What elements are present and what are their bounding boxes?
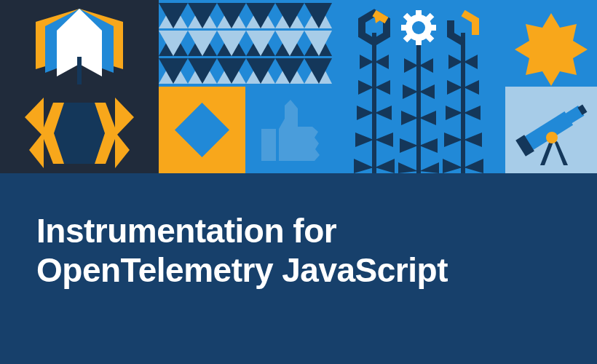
svg-marker-76 (447, 80, 462, 95)
svg-marker-73 (419, 162, 439, 173)
svg-marker-7 (25, 98, 44, 137)
svg-marker-82 (443, 159, 462, 173)
svg-rect-89 (416, 38, 422, 45)
svg-marker-58 (357, 106, 373, 120)
tile-star (505, 0, 597, 87)
svg-marker-67 (419, 84, 435, 99)
svg-marker-49 (175, 103, 229, 157)
svg-rect-52 (416, 36, 421, 173)
svg-marker-55 (375, 55, 389, 69)
decorative-mosaic (0, 0, 597, 173)
svg-point-103 (546, 132, 558, 143)
svg-marker-78 (446, 106, 462, 120)
triangles-pattern-icon (159, 0, 332, 87)
svg-marker-9 (29, 132, 44, 168)
svg-marker-70 (400, 138, 418, 153)
telescope-icon (505, 87, 597, 173)
flowers-icon (332, 0, 505, 173)
page-title: Instrumentation for OpenTelemetry JavaSc… (36, 211, 448, 290)
tile-flowers (332, 0, 505, 173)
thumbs-up-icon (245, 87, 332, 173)
svg-marker-71 (419, 138, 438, 153)
svg-marker-60 (355, 132, 373, 147)
svg-marker-98 (553, 139, 568, 165)
svg-marker-79 (464, 106, 481, 120)
svg-marker-68 (401, 111, 418, 125)
svg-marker-63 (375, 159, 395, 173)
svg-marker-61 (375, 132, 393, 147)
svg-marker-75 (464, 55, 478, 69)
svg-marker-72 (398, 162, 418, 173)
star-sun-icon (505, 0, 597, 87)
book-bee-icon (0, 0, 159, 173)
title-line-1: Instrumentation for (36, 211, 448, 250)
svg-marker-59 (375, 106, 392, 120)
svg-rect-50 (261, 129, 276, 161)
svg-marker-56 (358, 80, 373, 95)
svg-marker-77 (464, 80, 479, 95)
svg-marker-54 (360, 55, 373, 69)
svg-rect-6 (77, 57, 82, 84)
svg-marker-81 (464, 132, 482, 147)
svg-marker-10 (115, 132, 130, 168)
diamond-icon (159, 87, 245, 173)
tile-triangles (159, 0, 332, 87)
svg-rect-51 (372, 33, 376, 173)
svg-rect-88 (416, 10, 422, 17)
tile-telescope (505, 87, 597, 173)
title-line-2: OpenTelemetry JavaScript (36, 250, 448, 290)
svg-marker-64 (404, 58, 418, 73)
svg-rect-53 (461, 33, 465, 173)
svg-marker-66 (403, 84, 418, 99)
svg-rect-91 (429, 25, 436, 31)
svg-marker-8 (115, 98, 134, 137)
tile-book-bee (0, 0, 159, 173)
svg-marker-74 (448, 55, 462, 69)
svg-marker-80 (444, 132, 462, 147)
tile-thumbs-up (245, 87, 332, 173)
tile-diamond (159, 87, 245, 173)
svg-point-87 (412, 21, 425, 34)
svg-marker-62 (354, 159, 373, 173)
svg-marker-57 (375, 80, 390, 95)
svg-marker-65 (419, 58, 433, 73)
svg-marker-12 (54, 103, 105, 164)
svg-rect-90 (401, 25, 408, 31)
svg-marker-69 (419, 111, 436, 125)
svg-marker-83 (464, 159, 483, 173)
svg-marker-96 (515, 13, 588, 86)
